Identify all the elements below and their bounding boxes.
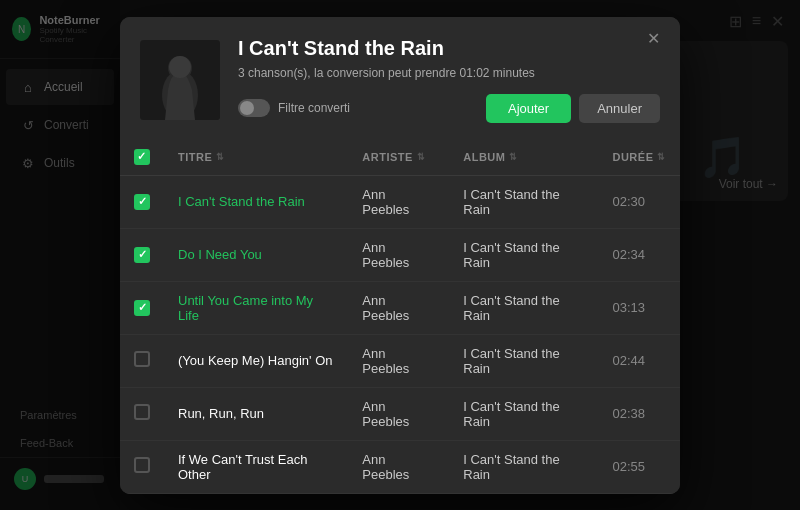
track-title-3: (You Keep Me) Hangin' On: [178, 353, 332, 368]
row-checkbox-cell[interactable]: [120, 281, 164, 334]
artist-column-header: ARTISTE ⇅: [348, 139, 449, 176]
select-all-checkbox[interactable]: [134, 149, 150, 165]
track-artist-0: Ann Peebles: [362, 187, 409, 217]
track-artist-cell: Ann Peebles: [348, 387, 449, 440]
row-checkbox-cell[interactable]: [120, 334, 164, 387]
track-duration-cell: 02:55: [598, 440, 680, 493]
track-duration-cell: 02:30: [598, 175, 680, 228]
modal-overlay: I Can't Stand the Rain 3 chanson(s), la …: [0, 0, 800, 510]
track-album-cell: I Can't Stand the Rain: [449, 334, 598, 387]
duration-column-header: DURÉE ⇅: [598, 139, 680, 176]
track-checkbox-0[interactable]: [134, 194, 150, 210]
table-header: TITRE ⇅ ARTISTE ⇅ ALBUM ⇅: [120, 139, 680, 176]
add-button[interactable]: Ajouter: [486, 94, 571, 123]
track-album-cell: I Can't Stand the Rain: [449, 440, 598, 493]
album-column-header: ALBUM ⇅: [449, 139, 598, 176]
track-artist-1: Ann Peebles: [362, 240, 409, 270]
table-row: Run, Run, Run Ann Peebles I Can't Stand …: [120, 387, 680, 440]
track-duration-4: 02:38: [612, 406, 645, 421]
track-album-4: I Can't Stand the Rain: [463, 399, 559, 429]
track-duration-cell: 02:34: [598, 228, 680, 281]
track-artist-5: Ann Peebles: [362, 452, 409, 482]
track-title-1: Do I Need You: [178, 247, 262, 262]
album-silhouette: [140, 40, 220, 120]
track-artist-cell: Ann Peebles: [348, 440, 449, 493]
track-album-cell: I Can't Stand the Rain: [449, 387, 598, 440]
track-artist-cell: Ann Peebles: [348, 175, 449, 228]
track-album-5: I Can't Stand the Rain: [463, 452, 559, 482]
track-title-4: Run, Run, Run: [178, 406, 264, 421]
artist-sort-icon[interactable]: ⇅: [417, 152, 426, 162]
tracks-list: I Can't Stand the Rain Ann Peebles I Can…: [120, 175, 680, 493]
track-checkbox-2[interactable]: [134, 300, 150, 316]
title-column-header: TITRE ⇅: [164, 139, 348, 176]
checkbox-header[interactable]: [120, 139, 164, 176]
filter-toggle[interactable]: [238, 99, 270, 117]
album-sort-icon[interactable]: ⇅: [509, 152, 518, 162]
track-album-1: I Can't Stand the Rain: [463, 240, 559, 270]
track-duration-cell: 03:13: [598, 281, 680, 334]
track-duration-5: 02:55: [612, 459, 645, 474]
track-artist-cell: Ann Peebles: [348, 228, 449, 281]
track-title-cell: (You Keep Me) Hangin' On: [164, 334, 348, 387]
table-row: (You Keep Me) Hangin' On Ann Peebles I C…: [120, 334, 680, 387]
row-checkbox-cell[interactable]: [120, 387, 164, 440]
track-duration-cell: 02:38: [598, 387, 680, 440]
album-art: [140, 40, 220, 120]
track-title-cell: Run, Run, Run: [164, 387, 348, 440]
track-artist-3: Ann Peebles: [362, 346, 409, 376]
table-row: If We Can't Trust Each Other Ann Peebles…: [120, 440, 680, 493]
track-album-0: I Can't Stand the Rain: [463, 187, 559, 217]
track-duration-2: 03:13: [612, 300, 645, 315]
track-title-0: I Can't Stand the Rain: [178, 194, 305, 209]
track-album-3: I Can't Stand the Rain: [463, 346, 559, 376]
modal-close-button[interactable]: ✕: [641, 29, 666, 49]
table-row: Until You Came into My Life Ann Peebles …: [120, 281, 680, 334]
modal-info: I Can't Stand the Rain 3 chanson(s), la …: [238, 37, 660, 123]
track-checkbox-5[interactable]: [134, 457, 150, 473]
track-album-2: I Can't Stand the Rain: [463, 293, 559, 323]
track-duration-0: 02:30: [612, 194, 645, 209]
track-title-2: Until You Came into My Life: [178, 293, 313, 323]
track-duration-1: 02:34: [612, 247, 645, 262]
row-checkbox-cell[interactable]: [120, 175, 164, 228]
track-title-cell: Do I Need You: [164, 228, 348, 281]
modal-controls: Filtre converti Ajouter Annuler: [238, 94, 660, 123]
album-art-image: [140, 40, 220, 120]
modal-dialog: I Can't Stand the Rain 3 chanson(s), la …: [120, 17, 680, 494]
track-album-cell: I Can't Stand the Rain: [449, 175, 598, 228]
modal-header: I Can't Stand the Rain 3 chanson(s), la …: [120, 17, 680, 139]
track-title-cell: I Can't Stand the Rain: [164, 175, 348, 228]
row-checkbox-cell[interactable]: [120, 440, 164, 493]
track-album-cell: I Can't Stand the Rain: [449, 228, 598, 281]
track-duration-cell: 02:44: [598, 334, 680, 387]
track-artist-cell: Ann Peebles: [348, 281, 449, 334]
track-album-cell: I Can't Stand the Rain: [449, 281, 598, 334]
toggle-label: Filtre converti: [278, 101, 350, 115]
modal-subtitle: 3 chanson(s), la conversion peut prendre…: [238, 66, 660, 80]
cancel-button[interactable]: Annuler: [579, 94, 660, 123]
track-artist-2: Ann Peebles: [362, 293, 409, 323]
track-title-cell: Until You Came into My Life: [164, 281, 348, 334]
title-sort-icon[interactable]: ⇅: [216, 152, 225, 162]
svg-point-3: [169, 56, 191, 78]
tracks-table: TITRE ⇅ ARTISTE ⇅ ALBUM ⇅: [120, 139, 680, 494]
filter-toggle-wrap: Filtre converti: [238, 99, 350, 117]
track-checkbox-4[interactable]: [134, 404, 150, 420]
row-checkbox-cell[interactable]: [120, 228, 164, 281]
track-duration-3: 02:44: [612, 353, 645, 368]
track-checkbox-3[interactable]: [134, 351, 150, 367]
table-row: I Can't Stand the Rain Ann Peebles I Can…: [120, 175, 680, 228]
modal-title: I Can't Stand the Rain: [238, 37, 660, 60]
track-title-5: If We Can't Trust Each Other: [178, 452, 307, 482]
track-checkbox-1[interactable]: [134, 247, 150, 263]
track-artist-4: Ann Peebles: [362, 399, 409, 429]
duration-sort-icon[interactable]: ⇅: [657, 152, 666, 162]
modal-actions: Ajouter Annuler: [486, 94, 660, 123]
table-row: Do I Need You Ann Peebles I Can't Stand …: [120, 228, 680, 281]
track-artist-cell: Ann Peebles: [348, 334, 449, 387]
track-title-cell: If We Can't Trust Each Other: [164, 440, 348, 493]
